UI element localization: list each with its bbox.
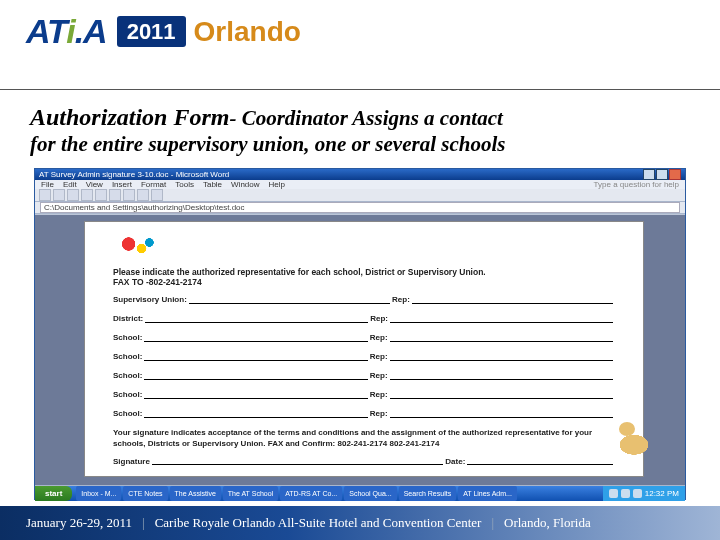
heading-line2: for the entire supervisory union, one or… — [30, 132, 690, 156]
tray-icon[interactable] — [609, 489, 618, 498]
heading-strong: Authorization Form — [30, 104, 229, 130]
minimize-button[interactable] — [643, 169, 655, 180]
field-label: District: — [113, 314, 143, 323]
menu-item[interactable]: View — [86, 180, 103, 189]
start-button[interactable]: start — [35, 486, 72, 501]
tray-icon[interactable] — [621, 489, 630, 498]
field-line — [145, 315, 368, 323]
header-divider — [0, 89, 720, 90]
menu-item[interactable]: Table — [203, 180, 222, 189]
close-button[interactable] — [669, 169, 681, 180]
taskbar-item[interactable]: The Assistive — [170, 486, 221, 501]
paste-icon[interactable] — [123, 189, 135, 201]
save-icon[interactable] — [67, 189, 79, 201]
maximize-button[interactable] — [656, 169, 668, 180]
form-logo — [113, 232, 165, 262]
logo-year: 2011 — [117, 16, 186, 47]
logo-group: ATi.A 2011 Orlando — [26, 12, 694, 51]
field-label: School: — [113, 371, 142, 380]
rep-label: Rep: — [392, 295, 410, 304]
title-bar[interactable]: AT Survey Admin signature 3-10.doc - Mic… — [35, 169, 685, 180]
signature-label: Signature — [113, 457, 150, 466]
footer-sep: | — [142, 515, 145, 531]
signature-line — [152, 457, 443, 465]
heading-line1: Authorization Form- Coordinator Assigns … — [30, 104, 690, 131]
field-label: Supervisory Union: — [113, 295, 187, 304]
slide-header: ATi.A 2011 Orlando — [0, 0, 720, 90]
form-field-row: School:Rep: — [113, 371, 615, 380]
form-fax: FAX TO -802-241-2174 — [113, 277, 615, 287]
menu-item[interactable]: Insert — [112, 180, 132, 189]
date-line — [467, 457, 613, 465]
document-page: Please indicate the authorized represent… — [84, 221, 644, 477]
address-field[interactable]: C:\Documents and Settings\authorizing\De… — [40, 202, 680, 213]
field-line — [144, 372, 367, 380]
form-disclaimer: Your signature indicates acceptance of t… — [113, 428, 615, 449]
document-viewport[interactable]: Please indicate the authorized represent… — [35, 215, 685, 485]
field-line — [144, 391, 367, 399]
form-field-row: School:Rep: — [113, 390, 615, 399]
help-search[interactable]: Type a question for help — [594, 180, 679, 189]
form-field-row: School:Rep: — [113, 352, 615, 361]
undo-icon[interactable] — [137, 189, 149, 201]
footer-dates: January 26-29, 2011 — [26, 515, 132, 531]
taskbar-item[interactable]: The AT School — [223, 486, 278, 501]
system-tray[interactable]: 12:32 PM — [603, 486, 685, 501]
cut-icon[interactable] — [95, 189, 107, 201]
taskbar-item[interactable]: Search Results — [399, 486, 456, 501]
redo-icon[interactable] — [151, 189, 163, 201]
slide-heading: Authorization Form- Coordinator Assigns … — [0, 90, 720, 164]
menu-item[interactable]: Edit — [63, 180, 77, 189]
address-row: C:\Documents and Settings\authorizing\De… — [35, 202, 685, 214]
rep-label: Rep: — [370, 352, 388, 361]
copy-icon[interactable] — [109, 189, 121, 201]
taskbar-item[interactable]: AT Lines Adm... — [458, 486, 517, 501]
taskbar-item[interactable]: School Qua... — [344, 486, 396, 501]
rep-label: Rep: — [370, 314, 388, 323]
rep-line — [390, 353, 613, 361]
menu-item[interactable]: Format — [141, 180, 166, 189]
slide-footer: January 26-29, 2011 | Caribe Royale Orla… — [0, 506, 720, 540]
form-field-row: Supervisory Union:Rep: — [113, 295, 615, 304]
field-line — [144, 353, 367, 361]
menu-item[interactable]: Tools — [175, 180, 194, 189]
signature-row: Signature Date: — [113, 457, 615, 466]
field-label: School: — [113, 409, 142, 418]
date-label: Date: — [445, 457, 465, 466]
rep-line — [390, 315, 613, 323]
menu-item[interactable]: Help — [269, 180, 285, 189]
form-field-row: School:Rep: — [113, 409, 615, 418]
rep-label: Rep: — [370, 390, 388, 399]
rep-line — [412, 296, 613, 304]
taskbar-item[interactable]: Inbox - M... — [76, 486, 121, 501]
menu-item[interactable]: File — [41, 180, 54, 189]
tray-icon[interactable] — [633, 489, 642, 498]
new-icon[interactable] — [39, 189, 51, 201]
field-label: School: — [113, 390, 142, 399]
rep-line — [390, 372, 613, 380]
menu-item[interactable]: Window — [231, 180, 259, 189]
form-field-row: School:Rep: — [113, 333, 615, 342]
window-controls — [643, 169, 681, 180]
field-line — [189, 296, 390, 304]
rep-label: Rep: — [370, 333, 388, 342]
taskbar-item[interactable]: ATD-RS AT Co... — [280, 486, 342, 501]
rep-line — [390, 410, 613, 418]
heading-rest: - Coordinator Assigns a contact — [229, 106, 502, 130]
footer-sep: | — [491, 515, 494, 531]
field-label: School: — [113, 352, 142, 361]
taskbar-item[interactable]: CTE Notes — [123, 486, 167, 501]
menu-bar: File Edit View Insert Format Tools Table… — [35, 180, 685, 189]
print-icon[interactable] — [81, 189, 93, 201]
clock[interactable]: 12:32 PM — [645, 489, 679, 498]
form-field-row: District:Rep: — [113, 314, 615, 323]
logo-atia: ATi.A — [26, 12, 107, 51]
windows-taskbar: start Inbox - M...CTE NotesThe Assistive… — [35, 486, 685, 501]
footer-venue: Caribe Royale Orlando All-Suite Hotel an… — [155, 515, 482, 531]
field-line — [144, 334, 367, 342]
window-title: AT Survey Admin signature 3-10.doc - Mic… — [39, 170, 229, 179]
office-assistant-icon[interactable] — [617, 428, 651, 456]
rep-label: Rep: — [370, 371, 388, 380]
open-icon[interactable] — [53, 189, 65, 201]
field-line — [144, 410, 367, 418]
